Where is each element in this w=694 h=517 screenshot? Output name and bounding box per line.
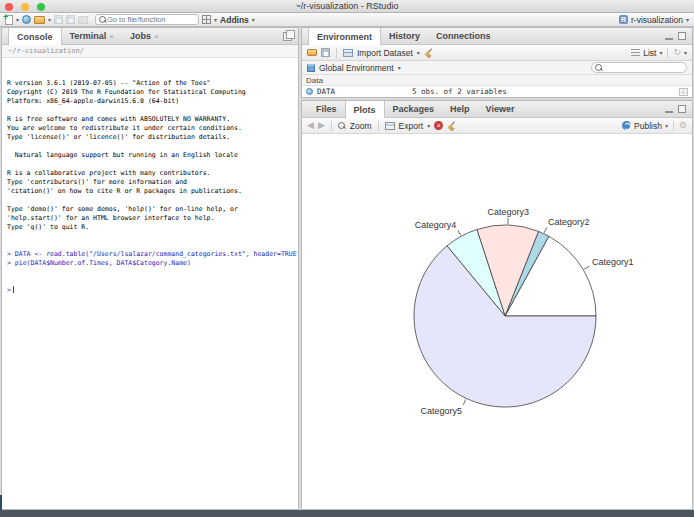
console-command: > pie(DATA$Number.of.Times, DATA$Categor… bbox=[7, 259, 293, 268]
window-edge bbox=[0, 495, 2, 510]
save-icon[interactable] bbox=[54, 15, 63, 24]
close-window-button[interactable] bbox=[5, 3, 13, 11]
object-summary: 5 obs. of 2 variables bbox=[412, 87, 507, 96]
title-bar: ~/r-visualization - RStudio bbox=[0, 0, 694, 13]
goto-file-function-input[interactable] bbox=[107, 15, 195, 24]
environment-object-row[interactable]: DATA 5 obs. of 2 variables bbox=[302, 86, 692, 97]
save-all-icon[interactable] bbox=[66, 15, 75, 24]
console-command-history: > DATA <- read.table("/Users/lsalazar/co… bbox=[7, 250, 293, 268]
search-icon bbox=[99, 16, 104, 24]
minimize-pane-icon[interactable] bbox=[665, 105, 673, 113]
text-cursor bbox=[13, 286, 14, 293]
minimize-pane-icon[interactable] bbox=[665, 32, 673, 40]
pie-chart: Category1Category2Category3Category4Cate… bbox=[302, 134, 692, 510]
close-icon[interactable]: × bbox=[109, 32, 114, 41]
publish-button[interactable]: Publish bbox=[634, 121, 662, 131]
console-prompt-line[interactable]: > bbox=[7, 286, 293, 295]
project-icon: R bbox=[619, 15, 628, 24]
tab-files[interactable]: Files bbox=[308, 101, 345, 117]
tab-help[interactable]: Help bbox=[442, 101, 478, 117]
import-dataset-icon[interactable] bbox=[343, 49, 353, 57]
close-icon[interactable]: × bbox=[154, 32, 159, 41]
tab-history[interactable]: History bbox=[381, 28, 428, 44]
environment-scope-selector[interactable]: Global Environment bbox=[319, 63, 394, 73]
goto-file-function-box[interactable] bbox=[95, 14, 199, 25]
zoom-window-button[interactable] bbox=[37, 3, 45, 11]
console-tabbar: Console Terminal × Jobs × bbox=[2, 28, 298, 45]
clear-all-plots-icon[interactable] bbox=[447, 121, 457, 131]
pane-layout-caret-icon[interactable]: ▾ bbox=[214, 17, 217, 23]
project-menu[interactable]: R r-visualization ▾ bbox=[619, 15, 689, 25]
pie-label: Category1 bbox=[592, 257, 634, 267]
new-file-icon[interactable] bbox=[5, 15, 13, 25]
dataframe-icon bbox=[306, 88, 313, 95]
plots-tabbar: Files Plots Packages Help Viewer bbox=[302, 101, 692, 118]
clear-workspace-icon[interactable] bbox=[424, 48, 434, 58]
refresh-icon[interactable]: ↻ bbox=[673, 48, 681, 57]
tab-plots[interactable]: Plots bbox=[345, 101, 385, 118]
refresh-caret-icon[interactable]: ▾ bbox=[684, 50, 687, 56]
maximize-pane-icon[interactable] bbox=[283, 32, 292, 41]
tab-environment[interactable]: Environment bbox=[308, 28, 381, 45]
scope-caret-icon[interactable]: ▾ bbox=[398, 65, 401, 71]
tab-viewer[interactable]: Viewer bbox=[478, 101, 523, 117]
export-caret-icon[interactable]: ▾ bbox=[427, 123, 430, 129]
data-section-header: Data bbox=[302, 75, 692, 86]
gear-icon[interactable]: ⚙ bbox=[679, 121, 687, 130]
view-data-icon[interactable] bbox=[679, 88, 688, 96]
plots-pane: Files Plots Packages Help Viewer ◀ ▶ Zoo… bbox=[301, 100, 693, 510]
pie-label: Category3 bbox=[487, 207, 529, 217]
export-plot-button[interactable]: Export bbox=[399, 121, 424, 131]
next-plot-icon[interactable]: ▶ bbox=[318, 121, 325, 130]
print-icon[interactable] bbox=[78, 16, 88, 24]
environment-search-input[interactable] bbox=[603, 63, 683, 72]
plot-canvas[interactable]: Category1Category2Category3Category4Cate… bbox=[302, 134, 692, 509]
list-view-caret-icon[interactable]: ▾ bbox=[659, 50, 662, 56]
pane-layout-icon[interactable] bbox=[202, 15, 211, 24]
remove-plot-icon[interactable] bbox=[434, 121, 443, 130]
pie-label-tick bbox=[463, 399, 466, 405]
pie-label-tick bbox=[458, 230, 461, 235]
environment-search-box[interactable] bbox=[591, 62, 687, 73]
new-file-caret-icon[interactable]: ▾ bbox=[16, 17, 19, 23]
pie-label-tick bbox=[584, 266, 589, 269]
save-workspace-icon[interactable] bbox=[321, 48, 330, 57]
plots-toolbar: ◀ ▶ Zoom Export ▾ Publish ▾ ⚙ bbox=[302, 118, 692, 134]
minimize-window-button[interactable] bbox=[21, 3, 29, 11]
load-workspace-icon[interactable] bbox=[307, 49, 317, 56]
previous-plot-icon[interactable]: ◀ bbox=[307, 121, 314, 130]
object-name: DATA bbox=[317, 87, 335, 96]
list-view-button[interactable]: List bbox=[643, 48, 656, 58]
tab-connections[interactable]: Connections bbox=[428, 28, 499, 44]
zoom-plot-button[interactable]: Zoom bbox=[350, 121, 372, 131]
console-working-directory: ~/r-visualization/ bbox=[2, 45, 298, 58]
main-toolbar: ▾ ▾ ▾ Addins ▾ R r-visualization ▾ bbox=[0, 13, 694, 27]
console-banner: R version 3.6.1 (2019-07-05) -- "Action … bbox=[7, 79, 293, 232]
tab-jobs[interactable]: Jobs × bbox=[122, 28, 167, 44]
pie-label-tick bbox=[544, 227, 547, 233]
publish-icon bbox=[622, 121, 631, 130]
open-file-icon[interactable] bbox=[34, 16, 45, 24]
recent-files-caret-icon[interactable]: ▾ bbox=[48, 17, 51, 23]
global-environment-icon bbox=[307, 64, 315, 72]
pie-label: Category4 bbox=[415, 220, 457, 230]
pie-label: Category2 bbox=[548, 217, 590, 227]
window-title: ~/r-visualization - RStudio bbox=[0, 0, 694, 12]
addins-menu[interactable]: Addins bbox=[220, 15, 249, 25]
import-dataset-button[interactable]: Import Dataset bbox=[357, 48, 413, 58]
import-dataset-caret-icon[interactable]: ▾ bbox=[417, 50, 420, 56]
search-icon bbox=[595, 64, 601, 72]
tab-terminal[interactable]: Terminal × bbox=[62, 28, 123, 44]
list-view-icon bbox=[631, 49, 640, 57]
tab-packages[interactable]: Packages bbox=[385, 101, 443, 117]
publish-caret-icon[interactable]: ▾ bbox=[665, 123, 668, 129]
addins-caret-icon[interactable]: ▾ bbox=[252, 17, 255, 23]
new-project-icon[interactable] bbox=[22, 15, 31, 24]
project-name: r-visualization bbox=[631, 15, 683, 25]
console-output[interactable]: R version 3.6.1 (2019-07-05) -- "Action … bbox=[2, 58, 298, 509]
maximize-pane-icon[interactable] bbox=[678, 32, 686, 40]
maximize-pane-icon[interactable] bbox=[678, 105, 686, 113]
export-plot-icon bbox=[385, 122, 395, 130]
window-bottom-edge bbox=[0, 510, 694, 517]
tab-console[interactable]: Console bbox=[8, 28, 62, 45]
